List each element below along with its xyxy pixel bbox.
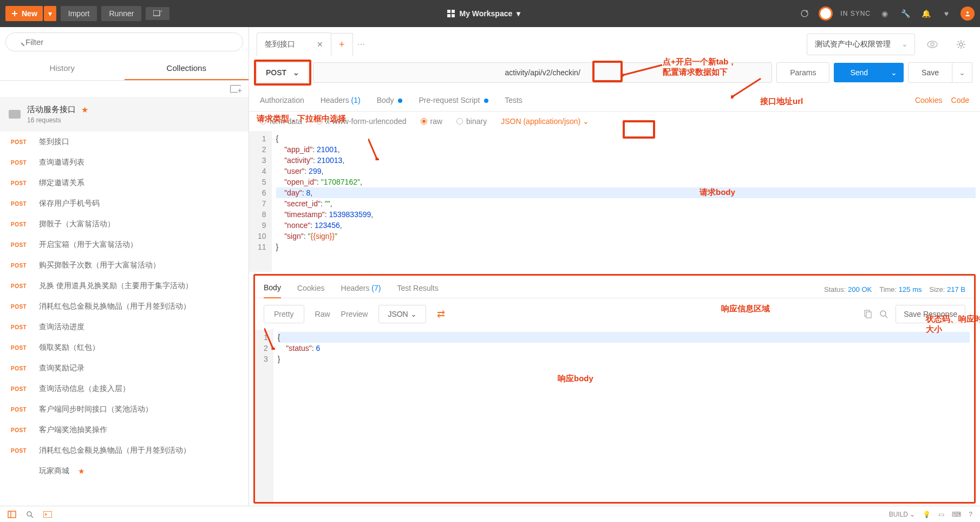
- collection-header[interactable]: 活动服务接口 ★ 16 requests: [0, 97, 249, 132]
- close-icon[interactable]: ✕: [317, 40, 323, 49]
- new-window-button[interactable]: +: [146, 7, 169, 20]
- list-item[interactable]: 玩家商城★: [0, 461, 249, 481]
- svg-rect-3: [447, 10, 450, 13]
- layout-icon[interactable]: ▭: [938, 511, 944, 518]
- list-item[interactable]: POST开启宝箱（用于大富翁活动）: [0, 234, 249, 255]
- star-icon[interactable]: ★: [81, 105, 88, 115]
- app-header: New ▾ Import Runner + My Workspace ▾ IN …: [0, 0, 980, 27]
- list-item[interactable]: POST保存用户手机号码: [0, 193, 249, 214]
- params-button[interactable]: Params: [776, 62, 829, 83]
- http-method-select[interactable]: POST ⌄: [257, 62, 309, 83]
- radio-raw[interactable]: raw: [421, 117, 443, 126]
- svg-point-15: [880, 311, 886, 316]
- svg-rect-21: [8, 511, 16, 518]
- runner-button[interactable]: Runner: [101, 6, 141, 21]
- save-response-button[interactable]: Save Response: [896, 305, 965, 323]
- radio-formdata[interactable]: form-data: [260, 117, 302, 126]
- capture-icon[interactable]: [798, 7, 811, 20]
- tab-headers[interactable]: Headers (1): [321, 94, 361, 107]
- environment-selector[interactable]: 测试资产中心权限管理 ⌄: [807, 34, 915, 55]
- list-item[interactable]: POST领取奖励（红包）: [0, 337, 249, 358]
- bulb-icon[interactable]: 💡: [923, 511, 931, 518]
- chevron-down-icon: ⌄: [901, 40, 908, 48]
- url-input[interactable]: activity/api/v2/checkin/: [313, 62, 772, 83]
- tab-authorization[interactable]: Authorization: [260, 94, 304, 107]
- list-item[interactable]: POST消耗红包总金额兑换物品（用于月签到活动）: [0, 440, 249, 461]
- send-button[interactable]: Send: [834, 63, 884, 82]
- method-badge: POST: [11, 139, 30, 145]
- request-name: 客户端同步时间接口（奖池活动）: [39, 404, 153, 414]
- request-body-editor[interactable]: 1234567891011 { "app_id": 21001, "activi…: [249, 131, 980, 272]
- list-item[interactable]: POST客户端同步时间接口（奖池活动）: [0, 399, 249, 420]
- response-tab-headers[interactable]: Headers (7): [341, 282, 381, 298]
- help-icon[interactable]: ?: [969, 511, 972, 518]
- request-name: 消耗红包总金额兑换物品（用于月签到活动）: [39, 302, 191, 311]
- save-dropdown[interactable]: ⌄: [952, 62, 972, 83]
- new-folder-icon[interactable]: [230, 85, 241, 93]
- list-item[interactable]: POST查询活动进度: [0, 317, 249, 337]
- pretty-button[interactable]: Pretty: [264, 305, 304, 323]
- sidebar-toggle-icon[interactable]: [8, 510, 16, 519]
- response-tab-tests[interactable]: Test Results: [397, 282, 438, 298]
- copy-icon[interactable]: [863, 310, 872, 318]
- gear-icon[interactable]: [950, 34, 972, 55]
- list-item[interactable]: POST掷骰子（大富翁活动）: [0, 214, 249, 234]
- preview-button[interactable]: Preview: [341, 310, 368, 318]
- list-item[interactable]: POST绑定邀请关系: [0, 173, 249, 193]
- response-format-select[interactable]: JSON ⌄: [378, 305, 426, 323]
- tab-tests[interactable]: Tests: [505, 94, 522, 107]
- tab-history[interactable]: History: [0, 57, 125, 80]
- history-icon[interactable]: ◉: [878, 7, 891, 20]
- list-item[interactable]: POST兑换 使用道具兑换奖励（主要用于集字活动）: [0, 276, 249, 296]
- keyboard-icon[interactable]: ⌨: [952, 511, 961, 518]
- tab-collections[interactable]: Collections: [125, 57, 249, 80]
- notifications-icon[interactable]: 🔔: [919, 7, 932, 20]
- radio-binary[interactable]: binary: [456, 117, 487, 126]
- request-tab[interactable]: 签到接口 ✕: [257, 32, 331, 56]
- body-format-select[interactable]: JSON (application/json) ⌄: [501, 117, 589, 126]
- code-link[interactable]: Code: [951, 96, 969, 105]
- svg-rect-14: [866, 312, 871, 318]
- find-icon[interactable]: [26, 511, 34, 518]
- console-icon[interactable]: [43, 511, 52, 518]
- list-item[interactable]: POST客户端奖池抽奖操作: [0, 420, 249, 440]
- avatar[interactable]: [961, 6, 975, 21]
- new-dropdown-caret[interactable]: ▾: [44, 6, 56, 21]
- request-name: 掷骰子（大富翁活动）: [39, 219, 115, 229]
- cookies-link[interactable]: Cookies: [915, 96, 943, 105]
- list-item[interactable]: POST购买掷骰子次数（用于大富翁活动）: [0, 255, 249, 276]
- tab-prerequest[interactable]: Pre-request Script: [419, 94, 488, 107]
- tab-body[interactable]: Body: [377, 94, 403, 107]
- list-item[interactable]: POST签到接口: [0, 132, 249, 152]
- method-badge: POST: [11, 201, 30, 207]
- raw-button[interactable]: Raw: [315, 310, 330, 318]
- list-item[interactable]: POST查询奖励记录: [0, 358, 249, 379]
- request-name: 查询邀请列表: [39, 158, 84, 167]
- response-body-editor[interactable]: 123 { "status": 6}: [255, 330, 974, 502]
- list-item[interactable]: POST查询邀请列表: [0, 152, 249, 173]
- filter-input[interactable]: [5, 32, 243, 51]
- import-button[interactable]: Import: [61, 6, 97, 21]
- search-icon[interactable]: [879, 310, 888, 318]
- radio-urlencoded[interactable]: x-www-form-urlencoded: [316, 117, 407, 126]
- workspace-selector[interactable]: My Workspace ▾: [169, 9, 798, 18]
- heart-icon[interactable]: ♥: [940, 7, 953, 20]
- sync-icon[interactable]: [819, 6, 833, 21]
- build-label[interactable]: BUILD ⌄: [889, 511, 916, 518]
- method-badge: POST: [11, 304, 30, 310]
- request-name: 消耗红包总金额兑换物品（用于月签到活动）: [39, 446, 191, 455]
- tab-more-icon[interactable]: ⋯: [353, 35, 369, 54]
- send-dropdown[interactable]: ⌄: [884, 63, 904, 82]
- response-tab-cookies[interactable]: Cookies: [297, 282, 325, 298]
- list-item[interactable]: POST查询活动信息（走接入层）: [0, 379, 249, 399]
- new-tab-button[interactable]: +: [331, 33, 353, 56]
- response-tab-body[interactable]: Body: [264, 281, 281, 298]
- svg-rect-5: [447, 14, 450, 17]
- settings-icon[interactable]: 🔧: [899, 7, 912, 20]
- eye-icon[interactable]: [920, 35, 944, 54]
- list-item[interactable]: POST消耗红包总金额兑换物品（用于月签到活动）: [0, 296, 249, 317]
- save-button[interactable]: Save: [908, 62, 952, 83]
- svg-rect-6: [452, 14, 455, 17]
- wrap-icon[interactable]: ⇄: [437, 308, 445, 320]
- new-button[interactable]: New: [5, 6, 43, 21]
